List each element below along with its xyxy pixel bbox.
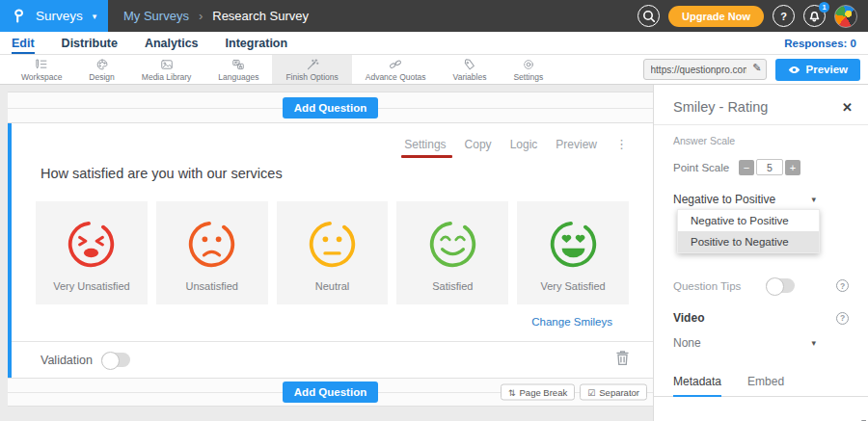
tab-embed[interactable]: Embed bbox=[747, 375, 784, 396]
very-unsatisfied-smiley-icon bbox=[66, 219, 117, 270]
survey-url-input[interactable] bbox=[643, 59, 767, 80]
question-tips-label: Question Tips bbox=[673, 280, 741, 292]
editor-toolbar: Workspace Design Media Library Languages… bbox=[0, 55, 868, 85]
add-question-strip-bottom: Add Question ⇅ Page Break ☑ Separator bbox=[8, 378, 653, 407]
separator-label: Separator bbox=[599, 387, 639, 398]
search-icon bbox=[642, 10, 655, 22]
toolbar-label: Media Library bbox=[142, 72, 192, 82]
toolbar-advance-quotas[interactable]: Advance Quotas bbox=[352, 55, 440, 84]
delete-question-button[interactable] bbox=[615, 350, 630, 370]
trash-icon bbox=[615, 350, 630, 366]
validation-toggle[interactable] bbox=[101, 353, 130, 367]
option-negative-to-positive[interactable]: Negative to Positive bbox=[678, 210, 819, 231]
question-settings-panel: Smiley - Rating ✕ Answer Scale Point Sca… bbox=[653, 85, 868, 421]
question-tips-help-icon[interactable]: ? bbox=[836, 279, 849, 292]
smiley-label: Very Unsatisfied bbox=[53, 280, 129, 292]
report-label-input[interactable] bbox=[673, 416, 843, 421]
toolbar-media-library[interactable]: Media Library bbox=[128, 55, 205, 84]
option-positive-to-negative[interactable]: Positive to Negative bbox=[678, 231, 819, 252]
question-tab-preview[interactable]: Preview bbox=[556, 138, 597, 151]
palette-icon bbox=[95, 58, 109, 71]
scale-direction-options: Negative to Positive Positive to Negativ… bbox=[677, 209, 820, 253]
more-options-icon[interactable]: ⋮ bbox=[615, 137, 628, 151]
edit-url-pencil-icon[interactable]: ✎ bbox=[752, 62, 761, 74]
point-scale-value: 5 bbox=[756, 159, 783, 175]
preview-label: Preview bbox=[806, 64, 848, 75]
upgrade-now-button[interactable]: Upgrade Now bbox=[668, 6, 764, 27]
question-tab-logic[interactable]: Logic bbox=[510, 138, 538, 151]
toolbar-languages[interactable]: Languages bbox=[204, 55, 272, 84]
answer-scale-label: Answer Scale bbox=[654, 125, 868, 146]
preview-button[interactable]: Preview bbox=[775, 59, 860, 81]
smiley-option-neutral[interactable]: Neutral bbox=[277, 201, 389, 304]
toolbar-variables[interactable]: Variables bbox=[440, 55, 501, 84]
smiley-option-unsatisfied[interactable]: Unsatisfied bbox=[156, 201, 268, 304]
smiley-label: Very Satisfied bbox=[540, 280, 605, 292]
nav-tab-edit[interactable]: Edit bbox=[12, 32, 35, 54]
survey-url-box: ✎ bbox=[643, 59, 767, 80]
image-icon bbox=[160, 58, 174, 71]
top-actions: Upgrade Now ? 1 bbox=[637, 5, 868, 28]
smiley-option-very-satisfied[interactable]: Very Satisfied bbox=[517, 201, 629, 304]
question-tips-toggle[interactable] bbox=[766, 278, 795, 293]
question-tab-settings[interactable]: Settings bbox=[404, 138, 446, 151]
user-avatar[interactable] bbox=[834, 5, 857, 28]
close-panel-icon[interactable]: ✕ bbox=[842, 100, 853, 115]
nav-tab-integration[interactable]: Integration bbox=[226, 32, 288, 54]
report-label-row bbox=[673, 416, 853, 421]
add-question-strip-top: Add Question bbox=[8, 92, 653, 123]
question-tab-settings-label: Settings bbox=[404, 138, 446, 151]
surveys-product-menu[interactable]: Surveys ▾ bbox=[0, 0, 108, 32]
toolbar-design[interactable]: Design bbox=[75, 55, 127, 84]
notifications-button[interactable]: 1 bbox=[803, 5, 826, 27]
questionpro-survey-editor: Surveys ▾ My Surveys › Research Survey U… bbox=[0, 0, 868, 421]
scale-direction-value: Negative to Positive bbox=[673, 193, 775, 206]
chevron-down-icon: ▾ bbox=[811, 195, 816, 204]
video-help-icon[interactable]: ? bbox=[836, 312, 849, 325]
add-question-button-bottom[interactable]: Add Question bbox=[283, 382, 378, 403]
bell-icon bbox=[808, 10, 821, 22]
smiley-option-very-unsatisfied[interactable]: Very Unsatisfied bbox=[36, 201, 148, 304]
toolbar-label: Variables bbox=[453, 72, 487, 82]
responses-count[interactable]: Responses: 0 bbox=[784, 32, 856, 54]
video-select[interactable]: None ▾ bbox=[673, 336, 816, 350]
nav-tab-analytics[interactable]: Analytics bbox=[145, 32, 199, 54]
toolbar-workspace[interactable]: Workspace bbox=[8, 55, 75, 84]
change-smileys-link[interactable]: Change Smileys bbox=[12, 316, 612, 328]
workspace-icon bbox=[35, 58, 48, 71]
page-break-label: Page Break bbox=[520, 387, 568, 398]
satisfied-smiley-icon bbox=[427, 219, 478, 270]
point-scale-label: Point Scale bbox=[673, 162, 729, 173]
increase-scale-button[interactable]: + bbox=[785, 160, 800, 175]
tab-metadata[interactable]: Metadata bbox=[673, 375, 721, 397]
nav-tab-distribute[interactable]: Distribute bbox=[62, 32, 118, 54]
help-button[interactable]: ? bbox=[773, 5, 795, 27]
breadcrumb-current: Research Survey bbox=[212, 9, 309, 23]
panel-tabs: Metadata Embed bbox=[654, 364, 868, 397]
question-title[interactable]: How satisfied are you with our services bbox=[41, 166, 653, 181]
toolbar-settings[interactable]: Settings bbox=[500, 55, 556, 84]
toolbar-label: Workspace bbox=[21, 72, 62, 82]
smiley-scale: Very Unsatisfied Unsatisfied bbox=[36, 201, 629, 304]
point-scale-stepper: − 5 + bbox=[739, 159, 800, 175]
toolbar-label: Settings bbox=[513, 72, 543, 82]
magic-wand-icon bbox=[306, 58, 319, 71]
toolbar-finish-options[interactable]: Finish Options bbox=[272, 55, 351, 84]
questionpro-logo-icon bbox=[13, 8, 28, 24]
add-question-button-top[interactable]: Add Question bbox=[283, 97, 378, 118]
separator-button[interactable]: ☑ Separator bbox=[580, 384, 647, 401]
smiley-option-satisfied[interactable]: Satisfied bbox=[396, 201, 508, 304]
validation-label: Validation bbox=[41, 354, 93, 367]
question-mark-icon: ? bbox=[780, 11, 787, 22]
chevron-down-icon: ▾ bbox=[811, 338, 816, 348]
validation-row: Validation bbox=[12, 341, 653, 378]
page-break-button[interactable]: ⇅ Page Break bbox=[501, 384, 575, 401]
breadcrumb-my-surveys[interactable]: My Surveys bbox=[123, 9, 189, 23]
decrease-scale-button[interactable]: − bbox=[739, 160, 754, 175]
question-tab-copy[interactable]: Copy bbox=[465, 138, 492, 151]
scale-direction-select[interactable]: Negative to Positive ▾ bbox=[673, 193, 816, 206]
search-button[interactable] bbox=[637, 5, 660, 27]
separator-checkbox-icon: ☑ bbox=[587, 387, 595, 397]
smiley-label: Unsatisfied bbox=[185, 280, 237, 292]
point-scale-row: Point Scale − 5 + bbox=[654, 146, 868, 175]
